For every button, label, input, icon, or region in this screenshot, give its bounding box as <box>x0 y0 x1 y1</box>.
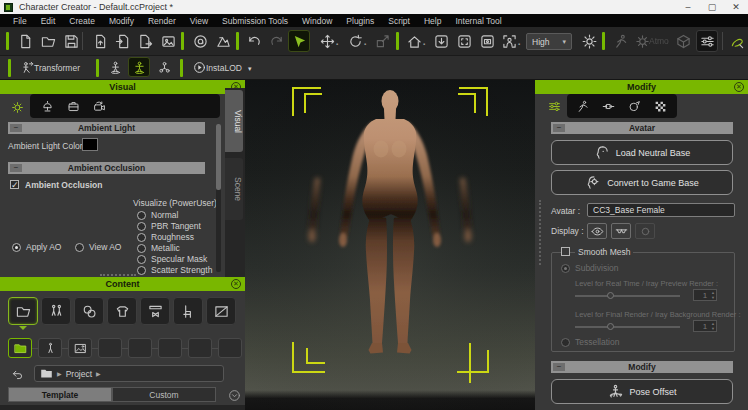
camera-fit-icon[interactable] <box>453 30 475 52</box>
radio-pbr-tangent[interactable] <box>137 222 146 231</box>
menu-plugins[interactable]: Plugins <box>339 16 381 26</box>
pose-offset-button[interactable]: Pose Offset <box>551 379 733 404</box>
menu-edit[interactable]: Edit <box>34 16 63 26</box>
ambient-occlusion-section-header[interactable]: − Ambient Occlusion <box>8 162 205 174</box>
menu-internal-tool[interactable]: Internal Tool <box>448 16 508 26</box>
visual-scrollbar[interactable] <box>216 124 221 272</box>
rotate-icon[interactable] <box>344 30 366 52</box>
render-area-icon[interactable] <box>212 30 234 52</box>
category-cloth[interactable] <box>107 297 137 325</box>
menu-file[interactable]: File <box>6 16 34 26</box>
camera-down-icon[interactable] <box>430 30 452 52</box>
import-arrow-icon[interactable] <box>111 30 133 52</box>
pose-a-icon[interactable] <box>104 57 126 77</box>
subfolder-empty[interactable] <box>158 338 182 358</box>
open-folder-icon[interactable] <box>37 30 59 52</box>
radio-apply-ao[interactable] <box>12 243 21 252</box>
category-stage[interactable] <box>206 297 236 325</box>
category-material[interactable] <box>74 297 104 325</box>
menu-create[interactable]: Create <box>62 16 102 26</box>
final-slider-knob[interactable] <box>607 323 614 330</box>
back-arrow-icon[interactable] <box>6 364 28 384</box>
close-icon[interactable]: ✕ <box>734 82 744 92</box>
redo-icon[interactable] <box>265 30 287 52</box>
tab-custom[interactable]: Custom <box>112 387 216 402</box>
modify-panel-header[interactable]: Modify ✕ <box>535 80 748 94</box>
content-panel-header[interactable]: Content ✕ <box>0 277 245 291</box>
lamp-icon[interactable] <box>36 96 58 116</box>
tab-template[interactable]: Template <box>8 387 112 402</box>
radio-tessellation[interactable] <box>561 338 570 347</box>
collapse-icon[interactable]: − <box>553 363 565 371</box>
ambient-light-color-swatch[interactable] <box>82 138 98 151</box>
panel-resize-gripper[interactable] <box>100 274 136 276</box>
realtime-slider[interactable] <box>575 295 680 297</box>
chevron-down-icon[interactable]: ▾ <box>248 65 252 73</box>
radio-roughness[interactable] <box>137 233 146 242</box>
select-cursor-icon[interactable] <box>288 30 310 52</box>
menu-window[interactable]: Window <box>295 16 339 26</box>
final-spinbox[interactable]: 1 ▲▼ <box>693 320 717 332</box>
menu-modify[interactable]: Modify <box>102 16 141 26</box>
tab-scene[interactable]: Scene <box>225 158 243 220</box>
instalod-label[interactable]: InstaLOD <box>206 63 242 73</box>
realtime-spinbox[interactable]: 1 ▲▼ <box>693 289 717 301</box>
minimize-button[interactable]: – <box>676 0 700 14</box>
checker-texture-icon[interactable] <box>649 96 671 116</box>
export-doc-icon[interactable] <box>134 30 156 52</box>
motion-blur-icon[interactable] <box>609 30 631 52</box>
scale-icon[interactable] <box>371 30 393 52</box>
home-icon[interactable] <box>403 30 425 52</box>
subfolder-image[interactable] <box>68 338 92 358</box>
category-actor[interactable] <box>41 297 71 325</box>
radio-subdivision[interactable] <box>561 264 570 273</box>
close-button[interactable]: ✕ <box>724 0 748 14</box>
avatar-section-header[interactable]: − Avatar <box>551 122 733 134</box>
undo-icon[interactable] <box>243 30 265 52</box>
frame-dropdown-dot[interactable]: ▪ <box>518 41 520 47</box>
face-edit-icon[interactable] <box>623 96 645 116</box>
visual-panel-header[interactable]: Visual ✕ <box>0 80 245 94</box>
radio-metallic[interactable] <box>137 244 146 253</box>
radio-scatter-strength[interactable] <box>137 266 146 275</box>
convert-to-game-base-button[interactable]: Convert to Game Base <box>551 170 733 195</box>
glasses-icon[interactable] <box>611 223 631 239</box>
menu-view[interactable]: View <box>183 16 215 26</box>
radio-view-ao[interactable] <box>75 243 84 252</box>
spinner-arrows-icon[interactable]: ▲▼ <box>711 290 715 300</box>
sun-light-icon[interactable] <box>578 30 600 52</box>
collapse-icon[interactable]: − <box>10 124 22 132</box>
home-dropdown-dot[interactable]: ▪ <box>423 41 425 47</box>
sketch-tool-icon[interactable] <box>726 30 748 52</box>
collapse-icon[interactable]: − <box>10 164 22 172</box>
transformer-label[interactable]: Transformer <box>34 63 80 73</box>
final-slider[interactable] <box>575 326 680 328</box>
hierarchy-icon[interactable] <box>153 57 175 77</box>
eye-icon[interactable] <box>587 223 607 239</box>
3d-box-icon[interactable] <box>672 30 694 52</box>
morph-icon[interactable] <box>597 96 619 116</box>
render-icon[interactable] <box>189 30 211 52</box>
runner-icon[interactable] <box>571 96 593 116</box>
ambient-light-section-header[interactable]: − Ambient Light <box>8 122 205 134</box>
subfolder-actor[interactable] <box>38 338 62 358</box>
modify-section-header[interactable]: − Modify <box>551 361 733 373</box>
move-icon[interactable] <box>316 30 338 52</box>
save-icon[interactable] <box>60 30 82 52</box>
maximize-button[interactable]: ▢ <box>700 0 724 14</box>
breadcrumb[interactable]: ▶ Project ▶ <box>34 365 224 382</box>
radio-normal[interactable] <box>137 211 146 220</box>
3d-viewport[interactable] <box>245 80 535 410</box>
menu-help[interactable]: Help <box>417 16 448 26</box>
menu-script[interactable]: Script <box>381 16 417 26</box>
rotate-dropdown-dot[interactable]: ▪ <box>364 41 366 47</box>
sliders-icon[interactable] <box>543 96 565 116</box>
realtime-slider-knob[interactable] <box>607 292 614 299</box>
ambient-occlusion-checkbox[interactable]: ✓ <box>10 180 19 189</box>
camera-view-icon[interactable] <box>476 30 498 52</box>
toolbox-icon[interactable] <box>62 96 84 116</box>
smooth-mesh-checkbox[interactable] <box>561 247 570 256</box>
export-image-icon[interactable] <box>157 30 179 52</box>
pose-t-icon[interactable] <box>128 57 150 77</box>
visual-settings-icon[interactable] <box>696 30 718 52</box>
